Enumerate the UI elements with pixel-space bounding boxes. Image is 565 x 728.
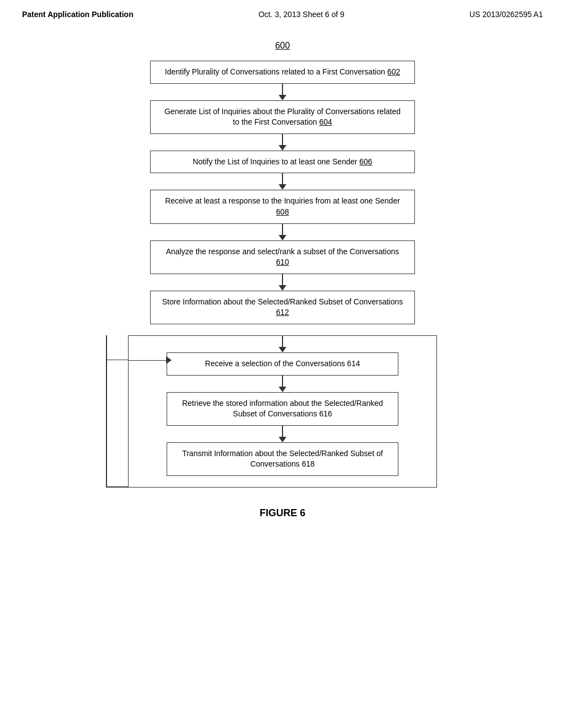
arrow-602-604 [279,84,286,100]
arrow-616-618 [279,426,286,442]
loop-entry-arrowhead [279,347,286,352]
main-content: 600 Identify Plurality of Conversations … [0,24,565,541]
ref-618: 618 [302,459,315,468]
ref-602: 602 [387,67,400,76]
diagram-label: 600 [275,41,290,51]
header-publication-label: Patent Application Publication [22,10,134,19]
flow-box-614: Receive a selection of the Conversations… [167,352,398,376]
arrow-606-608 [279,173,286,190]
feedback-top-hline [106,360,129,361]
flow-box-612: Store Information about the Selected/Ran… [150,291,415,324]
page-header: Patent Application Publication Oct. 3, 2… [0,0,565,24]
feedback-h-line [128,360,168,361]
ref-612: 612 [276,308,289,317]
arrow-608-610 [279,224,286,240]
header-patent-number: US 2013/0262595 A1 [470,10,543,19]
ref-604: 604 [319,117,332,126]
flow-box-616: Retrieve the stored information about th… [167,392,398,426]
header-date-sheet: Oct. 3, 2013 Sheet 6 of 9 [258,10,344,19]
loop-entry-vline [282,336,283,347]
flow-box-602: Identify Plurality of Conversations rela… [150,61,415,84]
arrow-604-606 [279,134,286,151]
arrow-614-616 [279,376,286,392]
loop-entry-arrow-down [279,336,286,352]
flow-box-608: Receive at least a response to the Inqui… [150,190,415,223]
ref-606: 606 [359,157,372,166]
flow-box-606: Notify the List of Inquiries to at least… [150,151,415,174]
ref-608: 608 [276,207,289,216]
loop-outer-border: Receive a selection of the Conversations… [128,335,437,488]
feedback-left-vline [106,335,107,488]
flowchart: Identify Plurality of Conversations rela… [89,61,476,488]
ref-616: 616 [319,409,332,418]
flow-box-610: Analyze the response and select/rank a s… [150,240,415,274]
loop-section: Receive a selection of the Conversations… [128,335,437,488]
ref-614: 614 [347,359,360,368]
feedback-arrow-head [166,356,172,364]
flow-box-618: Transmit Information about the Selected/… [167,442,398,476]
arrow-610-612 [279,274,286,291]
ref-610: 610 [276,258,289,266]
flow-box-604: Generate List of Inquiries about the Plu… [150,100,415,134]
pre-loop-space [128,324,437,335]
feedback-bottom-hline [106,486,129,488]
figure-caption: FIGURE 6 [259,507,305,519]
